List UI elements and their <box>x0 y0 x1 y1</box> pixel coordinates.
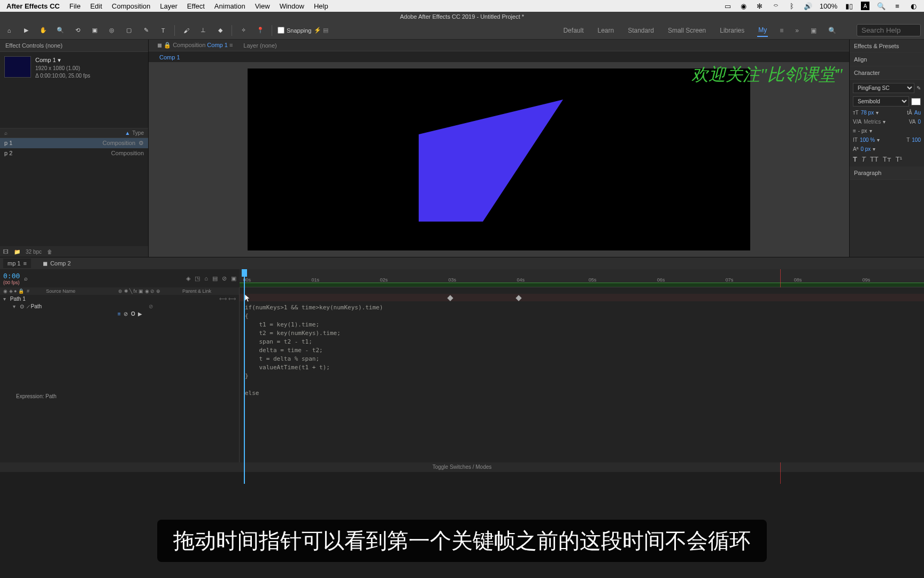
rect-tool[interactable]: ▢ <box>123 25 135 36</box>
menu-layer[interactable]: Layer <box>160 2 178 10</box>
orbit-tool[interactable]: ⟲ <box>72 25 83 36</box>
menu-window[interactable]: Window <box>280 2 304 10</box>
search-icon[interactable]: 🔍 <box>828 27 836 34</box>
graph-editor-icon[interactable]: ▣ <box>231 275 236 282</box>
effects-presets-panel[interactable]: Effects & Presets <box>850 40 924 53</box>
layer-row[interactable]: ▾ Path 1 ⟷ ⟷ <box>0 295 239 302</box>
superscript-button[interactable]: T¹ <box>896 155 902 163</box>
ws-overflow-icon[interactable]: » <box>795 27 799 34</box>
tracking-value[interactable]: 0 <box>918 119 921 125</box>
ws-learn[interactable]: Learn <box>596 25 615 36</box>
clone-tool[interactable]: ⊥ <box>197 25 209 36</box>
menu-edit[interactable]: Edit <box>90 2 102 10</box>
menu-animation[interactable]: Animation <box>214 2 245 10</box>
siri-icon[interactable]: ◐ <box>909 2 918 10</box>
parent-column[interactable]: Parent & Link <box>182 288 236 294</box>
bpc-toggle[interactable]: 32 bpc <box>26 249 42 255</box>
ws-libraries[interactable]: Libraries <box>719 25 745 36</box>
ws-small-screen[interactable]: Small Screen <box>667 25 707 36</box>
timeline-tab-comp2[interactable]: ◼ Comp 2 <box>38 258 75 269</box>
home-icon[interactable]: ⌂ <box>3 25 15 36</box>
folder-icon[interactable]: 📁 <box>14 249 20 255</box>
puppet-tool[interactable]: 📍 <box>255 25 266 36</box>
selection-tool[interactable]: ▶ <box>20 25 32 36</box>
control-icon[interactable]: ≡ <box>893 2 902 10</box>
comp-tab[interactable]: ◼ 🔒 Composition Comp 1 ≡ <box>152 40 238 51</box>
pan-behind-tool[interactable]: ◎ <box>106 25 118 36</box>
toggle-switches[interactable]: Toggle Switches / Modes <box>0 462 924 472</box>
app-name[interactable]: After Effects CC <box>6 2 60 10</box>
cc-icon[interactable]: ◉ <box>740 2 748 10</box>
leading-dash-value[interactable]: - px <box>858 128 867 134</box>
leading-value[interactable]: Au <box>914 110 921 116</box>
comp-name[interactable]: Comp 1 ▾ <box>35 56 90 64</box>
camera-tool[interactable]: ▣ <box>89 25 101 36</box>
ws-my[interactable]: My <box>757 24 768 37</box>
fill-color-swatch[interactable] <box>911 98 921 105</box>
comp-breadcrumb[interactable]: Comp 1 <box>154 52 849 62</box>
comp-flowchart-icon[interactable]: ◈ <box>186 275 190 282</box>
kerning-value[interactable]: Metrics <box>864 119 881 125</box>
search-help-input[interactable] <box>857 24 921 36</box>
battery-icon[interactable]: ▮▯ <box>845 2 853 10</box>
expression-toggles[interactable]: ≡ ⊘ O ▶ <box>0 310 239 317</box>
source-name-column[interactable]: Source Name <box>46 288 118 294</box>
ws-default[interactable]: Default <box>562 25 584 36</box>
draft3d-icon[interactable]: ◳ <box>195 275 200 282</box>
frame-blend-icon[interactable]: ▤ <box>212 275 218 282</box>
volume-icon[interactable]: 🔊 <box>804 2 812 10</box>
type-tool[interactable]: T <box>157 25 169 36</box>
character-panel-header[interactable]: Character <box>850 66 924 80</box>
bold-button[interactable]: T <box>853 155 857 163</box>
font-size-value[interactable]: 78 px <box>861 110 874 116</box>
fan-icon[interactable]: ✻ <box>756 2 764 10</box>
menu-composition[interactable]: Composition <box>112 2 150 10</box>
effect-controls-tab[interactable]: Effect Controls (none) <box>0 40 148 52</box>
smallcaps-button[interactable]: Tᴛ <box>883 155 891 163</box>
timeline-search-icon[interactable]: ⌕ <box>24 275 28 282</box>
ws-menu-icon[interactable]: ≡ <box>780 27 783 34</box>
hand-tool[interactable]: ✋ <box>37 25 49 36</box>
ws-standard[interactable]: Standard <box>627 25 655 36</box>
trash-icon[interactable]: 🗑 <box>47 249 52 255</box>
font-weight-select[interactable]: Semibold <box>853 96 909 107</box>
screen-icon[interactable]: ▭ <box>723 2 732 10</box>
type-column[interactable]: Type <box>132 130 144 136</box>
timeline-tab-comp1[interactable]: mp 1 ≡ <box>3 258 31 268</box>
baseline-value[interactable]: 0 px <box>860 146 871 152</box>
layer-tab[interactable]: Layer (none) <box>238 40 282 51</box>
paragraph-panel[interactable]: Paragraph <box>850 166 924 180</box>
align-panel[interactable]: Align <box>850 53 924 66</box>
project-item[interactable]: p 2 Composition <box>0 148 148 158</box>
shy-icon[interactable]: ⌂ <box>204 275 208 282</box>
time-ruler[interactable]: 00s 01s 02s 03s 04s 05s 06s 07s 08s 09s <box>240 269 924 287</box>
eraser-tool[interactable]: ◆ <box>214 25 226 36</box>
menu-effect[interactable]: Effect <box>187 2 205 10</box>
hscale-value[interactable]: 100 <box>912 137 921 143</box>
input-icon[interactable]: A <box>861 2 869 10</box>
current-timecode[interactable]: 0:00 <box>3 272 20 280</box>
italic-button[interactable]: T <box>861 155 866 163</box>
pen-tool[interactable]: ✎ <box>140 25 152 36</box>
project-item[interactable]: p 1 Composition ⚙ <box>0 138 148 148</box>
spotlight-icon[interactable]: 🔍 <box>877 2 886 10</box>
expression-editor[interactable]: if(numKeys>1 && time>key(numKeys).time) … <box>245 303 919 398</box>
vscale-value[interactable]: 100 % <box>860 137 875 143</box>
zoom-tool[interactable]: 🔍 <box>55 25 66 36</box>
snap-opts-icon[interactable]: ⚡ ▤ <box>314 27 328 34</box>
wifi-icon[interactable]: ⌔ <box>772 2 780 10</box>
font-family-select[interactable]: PingFang SC <box>853 83 914 93</box>
playhead[interactable] <box>244 269 245 484</box>
property-row[interactable]: ▾ ⊙ ⟋ Path ⊘ <box>0 302 239 310</box>
eyedropper-icon[interactable]: ✎ <box>917 85 921 91</box>
motion-blur-icon[interactable]: ⊘ <box>222 275 227 282</box>
comp-thumbnail[interactable] <box>4 56 31 78</box>
ws-window-icon[interactable]: ▣ <box>811 27 817 34</box>
interpret-icon[interactable]: 🎞 <box>3 249 9 255</box>
snapping-checkbox[interactable]: Snapping ⚡ ▤ <box>278 27 328 34</box>
menu-file[interactable]: File <box>70 2 81 10</box>
menu-help[interactable]: Help <box>314 2 328 10</box>
filter-input[interactable]: ⌕ <box>4 130 7 136</box>
menu-view[interactable]: View <box>255 2 270 10</box>
roto-tool[interactable]: ✧ <box>237 25 249 36</box>
